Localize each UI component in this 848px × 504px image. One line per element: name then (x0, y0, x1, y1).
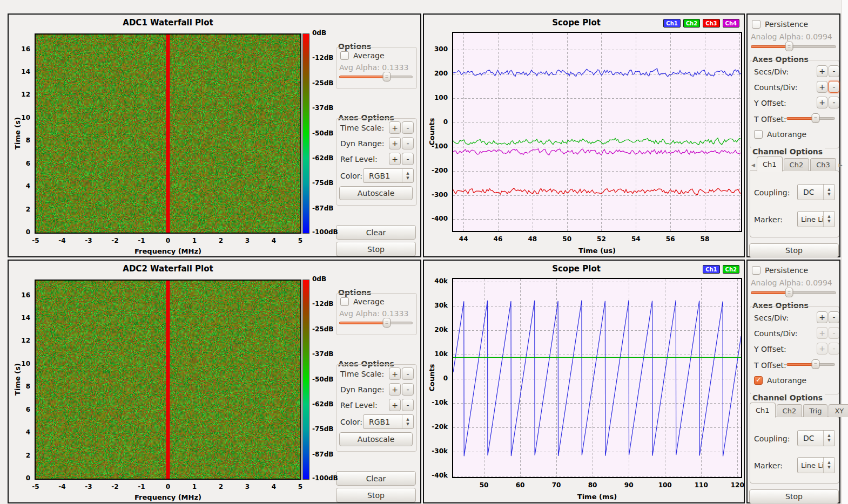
marker-select[interactable]: Line Link ▲▼ (797, 457, 835, 473)
ref-level-plus-button[interactable]: + (389, 399, 401, 411)
slider-handle[interactable] (785, 288, 793, 297)
persistence-checkbox[interactable]: ✓ (752, 20, 760, 29)
clear-button[interactable]: Clear (336, 471, 416, 486)
spin-down-icon[interactable]: ▼ (827, 438, 830, 443)
color-select-value: RGB1 (369, 172, 390, 180)
t-offset-slider[interactable] (786, 359, 835, 369)
secs-div-plus-button[interactable]: + (817, 65, 827, 77)
autorange-checkbox[interactable]: ✓ (754, 130, 763, 139)
ref-level-label: Ref Level: (340, 401, 378, 410)
dyn-range-minus-button[interactable]: - (402, 383, 414, 396)
autoscale-button[interactable]: Autoscale (339, 432, 413, 446)
average-checkbox[interactable]: ✓ (340, 51, 349, 60)
spin-up-icon[interactable]: ▲ (827, 214, 830, 219)
secs-div-plus-button[interactable]: + (817, 311, 827, 323)
analog-alpha-slider[interactable] (751, 42, 836, 51)
axis-tick: 0dB (312, 275, 326, 283)
tab-ch2[interactable]: Ch2 (777, 404, 803, 417)
spin-down-icon[interactable]: ▼ (406, 422, 409, 427)
spin-up-icon[interactable]: ▲ (406, 171, 409, 176)
axis-tick: -1 (138, 483, 145, 491)
average-checkbox-row[interactable]: ✓ Average (340, 51, 385, 60)
avg-alpha-slider[interactable] (339, 72, 413, 81)
y-offset-plus-button[interactable]: + (817, 343, 827, 355)
persistence-checkbox-row[interactable]: ✓ Persistence (752, 20, 808, 29)
tab-trig[interactable]: Trig (803, 404, 827, 417)
tab-ch3[interactable]: Ch3 (810, 158, 836, 171)
persistence-checkbox-row[interactable]: ✓ Persistence (752, 266, 808, 275)
slider-handle[interactable] (812, 359, 820, 369)
tab-ch1[interactable]: Ch1 (757, 156, 783, 172)
axis-tick: 80 (588, 481, 597, 489)
slider-handle[interactable] (383, 72, 391, 81)
time-scale-minus-button[interactable]: - (402, 121, 414, 134)
scope-plot-area[interactable] (452, 32, 742, 232)
tab-ch2[interactable]: Ch2 (784, 158, 810, 171)
autoscale-button[interactable]: Autoscale (339, 186, 413, 200)
spin-down-icon[interactable]: ▼ (827, 465, 830, 470)
dyn-range-plus-button[interactable]: + (389, 137, 401, 149)
coupling-select[interactable]: DC ▲▼ (797, 184, 835, 200)
counts-div-plus-button[interactable]: + (817, 81, 827, 93)
spin-up-icon[interactable]: ▲ (827, 187, 830, 192)
slider-handle[interactable] (812, 113, 820, 123)
time-scale-plus-button[interactable]: + (389, 367, 401, 380)
waterfall-plot-area[interactable] (35, 280, 301, 480)
autorange-checkbox-row[interactable]: ✓ Autorange (754, 376, 806, 385)
stop-button[interactable]: Stop (336, 488, 416, 502)
ref-level-plus-button[interactable]: + (389, 153, 401, 165)
average-checkbox[interactable]: ✓ (340, 297, 349, 306)
slider-handle[interactable] (785, 42, 793, 51)
t-offset-slider[interactable] (786, 113, 835, 123)
waterfall-plot-area[interactable] (35, 33, 301, 234)
secs-div-minus-button[interactable]: - (829, 311, 839, 323)
analog-alpha-slider[interactable] (751, 288, 836, 297)
clear-button[interactable]: Clear (336, 225, 416, 240)
counts-div-minus-button[interactable]: - (829, 81, 839, 93)
spin-up-icon[interactable]: ▲ (406, 417, 409, 422)
spin-down-icon[interactable]: ▼ (827, 219, 830, 224)
tab-scroll-left-icon[interactable]: ◀ (750, 159, 757, 171)
counts-div-plus-button[interactable]: + (817, 327, 827, 339)
autorange-checkbox-row[interactable]: ✓ Autorange (754, 130, 806, 139)
channel-tabbar: Ch1 Ch2 Trig XY (750, 402, 848, 417)
scope-canvas[interactable] (453, 33, 741, 231)
stop-button[interactable]: Stop (749, 489, 839, 503)
axis-tick: -20k (425, 423, 448, 431)
ref-level-minus-button[interactable]: - (402, 153, 414, 165)
spin-down-icon[interactable]: ▼ (827, 192, 830, 197)
coupling-select[interactable]: DC ▲▼ (797, 430, 835, 446)
axis-tick: -87dB (312, 451, 333, 458)
axis-tick: 6 (10, 406, 30, 413)
dyn-range-minus-button[interactable]: - (402, 137, 414, 149)
waterfall-canvas[interactable] (36, 35, 300, 233)
tab-scroll-right-icon[interactable]: ▶ (837, 159, 844, 171)
persistence-checkbox[interactable]: ✓ (752, 266, 760, 275)
autorange-checkbox[interactable]: ✓ (754, 376, 763, 385)
ref-level-minus-button[interactable]: - (402, 399, 414, 411)
counts-div-minus-button[interactable]: - (829, 327, 839, 339)
slider-handle[interactable] (383, 318, 391, 328)
avg-alpha-slider[interactable] (339, 318, 413, 328)
spin-up-icon[interactable]: ▲ (827, 433, 830, 438)
spin-up-icon[interactable]: ▲ (827, 460, 830, 465)
scope-canvas[interactable] (453, 279, 741, 477)
tab-ch1[interactable]: Ch1 (750, 403, 776, 418)
secs-div-minus-button[interactable]: - (829, 65, 839, 77)
y-offset-plus-button[interactable]: + (817, 97, 827, 108)
time-scale-minus-button[interactable]: - (402, 367, 414, 380)
color-select[interactable]: RGB1 ▲▼ (363, 168, 414, 183)
waterfall-canvas[interactable] (36, 281, 300, 479)
scope-plot-area[interactable] (452, 278, 742, 478)
spin-down-icon[interactable]: ▼ (406, 176, 409, 181)
stop-button[interactable]: Stop (749, 243, 839, 257)
average-checkbox-row[interactable]: ✓ Average (340, 297, 385, 306)
marker-select[interactable]: Line Link ▲▼ (797, 211, 835, 227)
dyn-range-plus-button[interactable]: + (389, 383, 401, 396)
y-offset-minus-button[interactable]: - (829, 343, 839, 355)
time-scale-plus-button[interactable]: + (389, 121, 401, 134)
y-offset-minus-button[interactable]: - (829, 97, 839, 108)
tab-xy[interactable]: XY (829, 404, 848, 417)
color-select[interactable]: RGB1 ▲▼ (363, 414, 414, 429)
stop-button[interactable]: Stop (336, 242, 416, 256)
